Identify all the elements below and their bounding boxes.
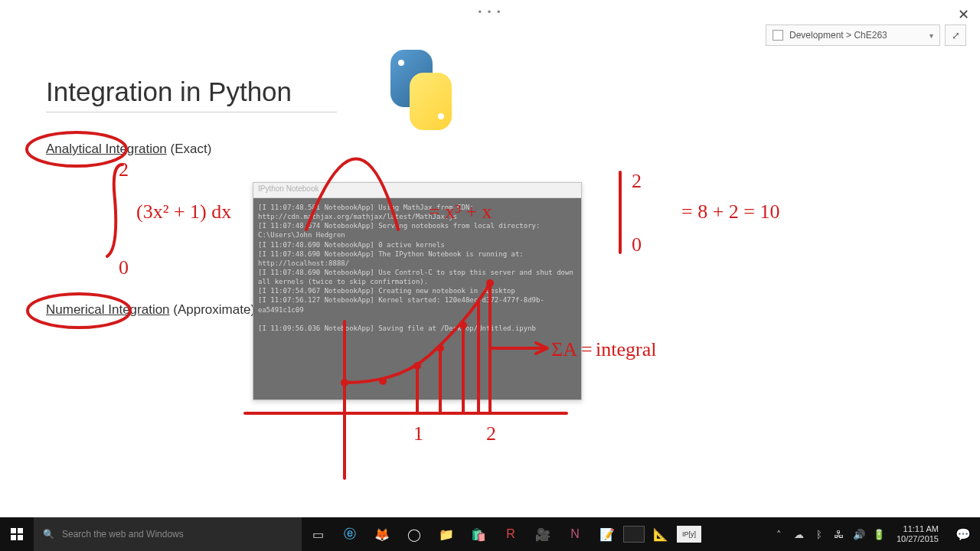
search-box[interactable]: 🔍 Search the web and Windows (34, 517, 302, 551)
terminal-titlebar: IPython Notebook (253, 183, 581, 198)
camtasia-icon[interactable]: 🎥 (527, 517, 559, 551)
chrome-icon[interactable]: ◯ (398, 517, 430, 551)
tray-cloud-icon[interactable]: ☁ (789, 517, 809, 551)
svg-text:(3x² + 1) dx: (3x² + 1) dx (136, 201, 231, 223)
firefox-icon[interactable]: 🦊 (366, 517, 398, 551)
cmd-icon[interactable] (623, 526, 645, 543)
more-dots[interactable]: • • • (479, 6, 502, 18)
ipython-icon[interactable]: IP[y] (677, 526, 701, 543)
section-numerical-rest: (Approximate) (170, 302, 255, 317)
matlab-icon[interactable]: 📐 (645, 517, 677, 551)
svg-text:0: 0 (632, 233, 642, 256)
terminal-body: [I 11:07:48.581 NotebookApp] Using MathJ… (253, 198, 581, 399)
notification-center-icon[interactable]: 💬 (946, 517, 980, 551)
svg-rect-29 (11, 535, 16, 540)
page-title[interactable]: Integration in Python (46, 77, 337, 112)
svg-rect-30 (18, 535, 23, 540)
tray-network-icon[interactable]: 🖧 (829, 517, 849, 551)
section-analytical-underlined: Analytical Integration (46, 142, 167, 156)
close-button[interactable]: ✕ (955, 3, 972, 26)
section-analytical-rest: (Exact) (167, 142, 212, 156)
start-button[interactable] (0, 517, 34, 551)
search-placeholder: Search the web and Windows (62, 529, 184, 540)
system-tray: ˄ ☁ ᛒ 🖧 🔊 🔋 11:11 AM 10/27/2015 💬 (769, 517, 980, 551)
onenote-icon[interactable]: N (559, 517, 591, 551)
store-icon[interactable]: 🛍️ (462, 517, 495, 551)
terminal-window[interactable]: IPython Notebook [I 11:07:48.581 Noteboo… (253, 182, 582, 400)
taskbar: 🔍 Search the web and Windows ▭ ⓔ 🦊 ◯ 📁 🛍… (0, 517, 980, 551)
breadcrumb-text: Development > ChE263 (789, 30, 923, 41)
section-numerical-underlined: Numerical Integration (46, 302, 170, 317)
svg-text:0: 0 (119, 256, 129, 279)
onenote-window: • • • ✕ Development > ChE263 ▾ ⤢ Integra… (0, 0, 980, 517)
section-numerical[interactable]: Numerical Integration (Approximate) (46, 302, 255, 318)
svg-text:1: 1 (413, 422, 423, 445)
tray-volume-icon[interactable]: 🔊 (849, 517, 869, 551)
tray-battery-icon[interactable]: 🔋 (869, 517, 889, 551)
tray-chevron-icon[interactable]: ˄ (769, 517, 789, 551)
fullscreen-button[interactable]: ⤢ (945, 24, 966, 46)
app-r-icon[interactable]: R (495, 517, 527, 551)
clock[interactable]: 11:11 AM 10/27/2015 (889, 524, 946, 544)
edge-icon[interactable]: ⓔ (334, 517, 366, 551)
svg-text:integral: integral (596, 338, 656, 360)
clock-date: 10/27/2015 (897, 534, 939, 544)
python-logo (375, 46, 463, 134)
svg-text:2: 2 (119, 158, 129, 181)
svg-rect-28 (18, 528, 23, 533)
svg-rect-27 (11, 528, 16, 533)
checkbox-icon (773, 30, 783, 41)
svg-text:=  8 + 2 = 10: = 8 + 2 = 10 (681, 201, 780, 223)
clock-time: 11:11 AM (897, 524, 939, 534)
section-analytical[interactable]: Analytical Integration (Exact) (46, 142, 211, 157)
search-icon: 🔍 (43, 529, 54, 540)
notebook-breadcrumb[interactable]: Development > ChE263 ▾ (766, 24, 940, 46)
task-view-button[interactable]: ▭ (302, 517, 334, 551)
svg-text:2: 2 (486, 422, 496, 445)
chevron-down-icon: ▾ (929, 31, 933, 40)
svg-text:2: 2 (632, 170, 642, 192)
tray-bluetooth-icon[interactable]: ᛒ (809, 517, 829, 551)
explorer-icon[interactable]: 📁 (430, 517, 462, 551)
notepad-icon[interactable]: 📝 (591, 517, 623, 551)
